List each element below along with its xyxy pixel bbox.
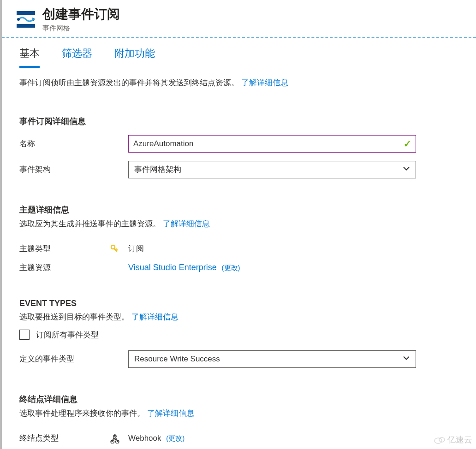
svg-rect-1 bbox=[17, 24, 35, 28]
name-label: 名称 bbox=[19, 138, 128, 149]
svg-point-8 bbox=[434, 438, 442, 443]
page-header: 创建事件订阅 事件网格 bbox=[2, 0, 476, 35]
page-title: 创建事件订阅 bbox=[42, 6, 120, 23]
topic-desc: 选取应为其生成并推送事件的主题资源。 了解详细信息 bbox=[19, 218, 458, 230]
webhook-icon bbox=[110, 433, 128, 443]
row-topic-resource: 主题资源 Visual Studio Enterprise (更改) bbox=[19, 262, 458, 273]
row-schema: 事件架构 事件网格架构 bbox=[19, 161, 458, 178]
subscribe-all-label: 订阅所有事件类型 bbox=[36, 330, 99, 340]
schema-select-value: 事件网格架构 bbox=[134, 164, 181, 175]
defined-types-value: Resource Write Success bbox=[134, 354, 220, 364]
event-types-desc: 选取要推送到目标的事件类型。 了解详细信息 bbox=[19, 311, 458, 323]
row-endpoint-type: 终结点类型 Webhook (更改) bbox=[19, 433, 458, 443]
endpoint-desc-body: 选取事件处理程序来接收你的事件。 bbox=[19, 409, 145, 418]
topic-resource-change-link[interactable]: (更改) bbox=[222, 264, 240, 272]
topic-resource-value-wrap: Visual Studio Enterprise (更改) bbox=[128, 263, 458, 272]
name-input[interactable] bbox=[128, 135, 416, 153]
validation-check-icon: ✓ bbox=[404, 138, 411, 149]
name-input-wrap: ✓ bbox=[128, 135, 416, 153]
intro-text-body: 事件订阅侦听由主题资源发出的事件并将其发送到终结点资源。 bbox=[19, 78, 239, 87]
row-defined-types: 定义的事件类型 Resource Write Success bbox=[19, 350, 458, 368]
topic-resource-label: 主题资源 bbox=[19, 262, 110, 273]
svg-point-6 bbox=[111, 440, 113, 442]
watermark-text: 亿速云 bbox=[447, 434, 472, 445]
watermark: 亿速云 bbox=[434, 434, 472, 445]
topic-type-value: 订阅 bbox=[128, 243, 458, 254]
endpoint-learn-more-link[interactable]: 了解详细信息 bbox=[147, 409, 194, 418]
content-area: 事件订阅侦听由主题资源发出的事件并将其发送到终结点资源。 了解详细信息 事件订阅… bbox=[2, 68, 476, 449]
intro-text: 事件订阅侦听由主题资源发出的事件并将其发送到终结点资源。 了解详细信息 bbox=[19, 77, 458, 89]
endpoint-type-change-link[interactable]: (更改) bbox=[166, 434, 184, 442]
defined-types-label: 定义的事件类型 bbox=[19, 354, 128, 364]
row-topic-type: 主题类型 订阅 bbox=[19, 243, 458, 254]
intro-learn-more-link[interactable]: 了解详细信息 bbox=[241, 78, 288, 87]
topic-resource-link[interactable]: Visual Studio Enterprise bbox=[128, 263, 217, 272]
schema-label: 事件架构 bbox=[19, 164, 128, 175]
section-subscription-details-title: 事件订阅详细信息 bbox=[19, 116, 458, 127]
event-types-desc-body: 选取要推送到目标的事件类型。 bbox=[19, 313, 129, 321]
page-subtitle: 事件网格 bbox=[42, 24, 120, 33]
chevron-down-icon bbox=[403, 354, 410, 364]
section-topic-details-title: 主题详细信息 bbox=[19, 204, 458, 215]
subscribe-all-checkbox[interactable] bbox=[19, 330, 30, 340]
svg-point-5 bbox=[114, 435, 116, 437]
topic-desc-body: 选取应为其生成并推送事件的主题资源。 bbox=[19, 219, 161, 228]
defined-types-select[interactable]: Resource Write Success bbox=[128, 350, 416, 368]
svg-point-7 bbox=[117, 440, 119, 442]
chevron-down-icon bbox=[403, 165, 410, 174]
section-event-types-title: EVENT TYPES bbox=[19, 299, 458, 308]
tab-basic[interactable]: 基本 bbox=[19, 47, 40, 68]
row-subscribe-all: 订阅所有事件类型 bbox=[19, 330, 458, 340]
endpoint-type-value: Webhook bbox=[128, 434, 161, 443]
key-icon bbox=[110, 244, 128, 254]
endpoint-desc: 选取事件处理程序来接收你的事件。 了解详细信息 bbox=[19, 408, 458, 419]
endpoint-type-value-wrap: Webhook (更改) bbox=[128, 434, 458, 443]
row-name: 名称 ✓ bbox=[19, 135, 458, 153]
svg-point-2 bbox=[17, 18, 20, 21]
topic-type-label: 主题类型 bbox=[19, 243, 110, 254]
endpoint-type-label: 终结点类型 bbox=[19, 433, 110, 443]
topic-learn-more-link[interactable]: 了解详细信息 bbox=[163, 219, 210, 228]
tab-additional[interactable]: 附加功能 bbox=[114, 47, 155, 68]
eventgrid-icon bbox=[16, 9, 36, 30]
section-endpoint-details-title: 终结点详细信息 bbox=[19, 394, 458, 405]
schema-select[interactable]: 事件网格架构 bbox=[128, 161, 416, 178]
event-types-learn-more-link[interactable]: 了解详细信息 bbox=[131, 313, 178, 321]
svg-rect-0 bbox=[17, 11, 35, 15]
tab-bar: 基本 筛选器 附加功能 bbox=[2, 38, 476, 68]
tab-filter[interactable]: 筛选器 bbox=[62, 47, 92, 68]
